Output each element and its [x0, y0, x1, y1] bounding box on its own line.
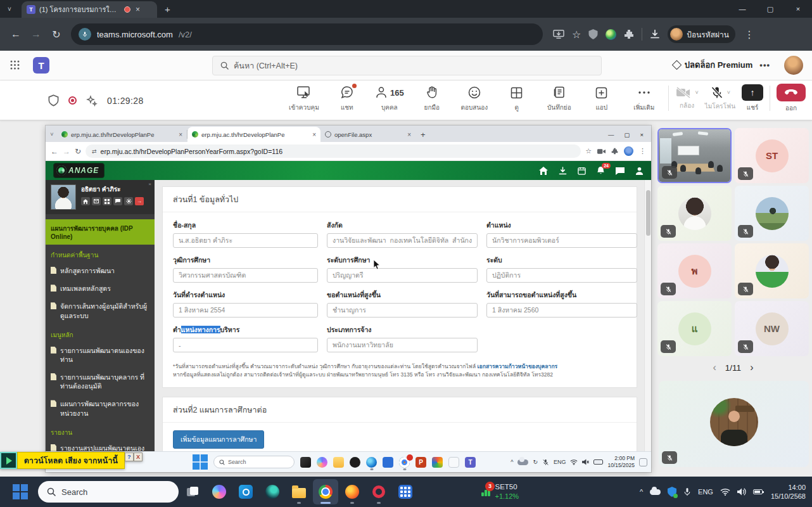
teams-logo-icon[interactable]: T [33, 57, 49, 74]
react-button[interactable]: ตอบสนอง [460, 85, 489, 112]
task-view-icon[interactable] [180, 479, 205, 504]
scrollbar-thumb[interactable] [646, 190, 650, 236]
chrome-icon[interactable] [399, 457, 410, 468]
inner-tab-1-close-icon[interactable]: × [179, 131, 182, 138]
sidebar-item-approver-path[interactable]: จัดการเส้นทางผู้อนุมัติสำหรับผู้ดูแลระบบ [46, 297, 155, 324]
inner-minimize-icon[interactable]: — [608, 131, 614, 138]
copilot-icon[interactable] [317, 457, 327, 468]
erp-logo[interactable]: ANAGE [53, 163, 105, 178]
start-button-icon[interactable] [193, 454, 208, 470]
windows-security-icon[interactable] [668, 487, 676, 497]
window-maximize-icon[interactable]: ▢ [756, 1, 784, 17]
mail-mini-icon[interactable] [92, 197, 101, 205]
shared-clock[interactable]: 2:00 PM 10/15/2025 [607, 455, 635, 469]
settings-gear-icon[interactable] [124, 197, 133, 205]
tray-network-icon[interactable] [570, 459, 578, 465]
inner-menu-icon[interactable]: ⋮ [639, 147, 646, 155]
participant-tile-photo1[interactable] [657, 186, 732, 241]
sidebar-item-dev-course[interactable]: หลักสูตรการพัฒนา [46, 262, 155, 279]
calendar-icon[interactable] [578, 167, 586, 175]
marquee-help-button[interactable]: ? [125, 452, 134, 461]
sidebar-item-approve-plans[interactable]: รายการแผนพัฒนาบุคลากร ที่ท่านต้องอนุมัติ [46, 368, 155, 395]
participant-tile-st[interactable]: ST [735, 128, 809, 183]
host-wifi-icon[interactable] [720, 488, 730, 496]
apps-button[interactable]: แอป [587, 85, 616, 112]
download-icon[interactable] [559, 167, 567, 175]
tab-close-icon[interactable]: × [136, 5, 140, 14]
home-mini-icon[interactable] [81, 197, 90, 205]
user-icon[interactable] [635, 167, 644, 175]
site-info-icon[interactable]: ⇄ [92, 148, 97, 155]
inner-reload-icon[interactable]: ↻ [75, 147, 81, 156]
pager-prev-icon[interactable]: ‹ [713, 362, 716, 373]
onedrive-icon[interactable] [517, 459, 528, 465]
extensions-puzzle-icon[interactable] [624, 29, 634, 39]
sidebar-item-your-idp-list[interactable]: รายการแผนพัฒนาตนเองของท่าน [46, 342, 155, 368]
shared-search-box[interactable]: Search [213, 456, 295, 468]
opera-icon[interactable] [366, 479, 391, 504]
firefox-icon[interactable] [339, 479, 365, 504]
inner-tab-2-active[interactable]: erp.mju.ac.th/hrDevelopPlanPe × [187, 127, 320, 142]
participant-tile-ae[interactable]: แ [657, 301, 732, 356]
host-language[interactable]: ENG [698, 488, 713, 496]
take-control-button[interactable]: เข้าควบคุม [289, 85, 319, 112]
powerpoint-icon[interactable]: P [416, 457, 426, 468]
inner-profile-avatar[interactable] [624, 146, 633, 156]
new-tab-button[interactable]: + [165, 4, 170, 15]
sidebar-item-idp-online-active[interactable]: แผนการพัฒนารายบุคคล (IDP Online) [46, 219, 155, 245]
save-cast-icon[interactable] [553, 29, 564, 39]
tray-mic-muted-icon[interactable] [542, 459, 549, 466]
marquee-close-button[interactable]: X [134, 452, 143, 461]
sync-icon[interactable]: ↻ [533, 459, 538, 465]
host-file-explorer-icon[interactable] [286, 479, 312, 504]
inner-close-icon[interactable]: × [640, 131, 644, 138]
people-button[interactable]: 165 บุคคล [375, 85, 404, 112]
eligible-date-input[interactable] [486, 303, 637, 318]
stocks-widget[interactable]: 3 SET50 +1.12% [481, 482, 519, 501]
logout-icon[interactable]: → [135, 197, 144, 205]
mic-button[interactable]: ˅ ไมโครโฟน [705, 86, 735, 111]
position-date-input[interactable] [173, 303, 318, 318]
store-icon[interactable] [383, 457, 393, 468]
host-mic-icon[interactable] [683, 487, 691, 496]
chat-mini-icon[interactable] [113, 197, 122, 205]
inner-tab-2-close-icon[interactable]: × [312, 131, 316, 138]
messages-icon[interactable] [616, 167, 625, 175]
teal-app-icon[interactable] [260, 479, 285, 504]
profile-close-icon[interactable]: × [148, 181, 151, 187]
window-minimize-icon[interactable]: — [728, 1, 756, 17]
browser-profile-button[interactable]: ป้อนรหัสผ่าน [668, 25, 735, 43]
marquee-text[interactable]: ดาวน์โหลด เสียง จากหน้านี้ [17, 452, 125, 469]
tray-battery-icon[interactable] [593, 459, 603, 465]
back-button[interactable]: ← [6, 25, 25, 44]
forward-button[interactable]: → [27, 25, 46, 44]
inner-camera-icon[interactable] [597, 148, 606, 155]
teams-search-input[interactable]: ค้นหา (Ctrl+Alt+E) [212, 56, 602, 75]
host-chrome-icon[interactable] [313, 479, 338, 504]
host-onedrive-icon[interactable] [650, 489, 661, 495]
employment-type-input[interactable] [327, 338, 478, 352]
notifications-bell-icon[interactable]: 24 [597, 166, 605, 175]
widgets-app-icon[interactable] [300, 457, 311, 468]
sidebar-item-unit-plans[interactable]: แผนการพัฒนาบุคลากรของหน่วยงาน [46, 395, 155, 421]
teams-avatar[interactable] [784, 56, 803, 75]
add-study-plan-button[interactable]: เพิ่มข้อมูลแผนการลาศึกษา [173, 430, 264, 449]
tray-speaker-icon[interactable] [582, 459, 589, 465]
participant-tile-nw[interactable]: NW [735, 301, 809, 356]
outlook-icon[interactable] [233, 479, 258, 504]
camera-chevron-icon[interactable]: ˅ [695, 89, 698, 96]
position-input[interactable] [486, 233, 637, 248]
app-launcher-waffle-icon[interactable] [10, 60, 20, 70]
sidebar-item-summary-report[interactable]: รายงานสรุปแผนพัฒนาตนเอง [46, 439, 155, 451]
host-speaker-icon[interactable] [737, 488, 746, 496]
share-button[interactable]: ↑ แชร์ [742, 84, 763, 112]
self-video-tile[interactable] [659, 381, 809, 467]
raise-hand-button[interactable]: ยกมือ [417, 85, 447, 112]
participant-tile-pho[interactable]: พ [657, 243, 732, 298]
colorful-app-icon[interactable] [432, 457, 443, 468]
inner-tab-search-icon[interactable]: ˅ [47, 131, 57, 138]
apps-mini-icon[interactable] [103, 197, 111, 205]
notification-center-icon[interactable] [639, 458, 647, 466]
affiliation-input[interactable] [327, 233, 478, 248]
inner-tab-1[interactable]: erp.mju.ac.th/hrDevelopPlanPe × [57, 127, 187, 142]
